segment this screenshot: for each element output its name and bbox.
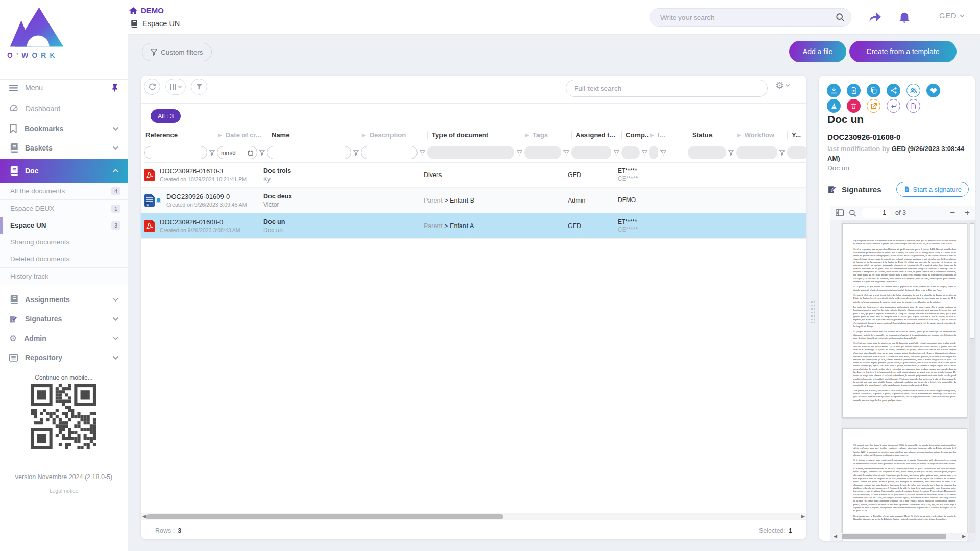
custom-filters-button[interactable]: Custom filters <box>142 43 212 61</box>
funnel-icon[interactable] <box>209 150 215 156</box>
pdf-vertical-scrollbar[interactable] <box>969 222 975 533</box>
column-header-company[interactable]: Comp... <box>621 131 649 139</box>
sidebar-item-repository[interactable]: Repository <box>0 349 128 366</box>
refresh-button[interactable] <box>144 79 160 95</box>
fulltext-search-input[interactable] <box>566 80 768 97</box>
upload-version-button[interactable] <box>847 84 861 97</box>
column-header-assigned[interactable]: Assigned t... <box>571 131 621 139</box>
panel-resize-handle[interactable] <box>811 300 816 323</box>
sidebar-item-doc[interactable]: Doc <box>0 159 128 183</box>
tab-all-documents[interactable]: All : 3 <box>151 109 181 123</box>
funnel-icon[interactable] <box>660 150 666 156</box>
sidebar-item-baskets[interactable]: Baskets <box>0 139 128 157</box>
scrollbar-thumb[interactable] <box>842 534 946 539</box>
column-header-tags[interactable]: ▶Tags <box>524 131 571 139</box>
sidebar-item-all-documents[interactable]: All the documents 4 <box>0 183 128 199</box>
scroll-left-arrow[interactable]: ◀ <box>142 514 146 519</box>
add-file-button[interactable]: Add a file <box>789 41 846 62</box>
scrollbar-thumb[interactable] <box>146 514 503 519</box>
favorite-heart-button[interactable] <box>926 84 940 97</box>
column-header-workflow[interactable]: ▶Workflow <box>736 131 787 139</box>
sidebar-item-dashboard[interactable]: Dashboard <box>0 100 128 117</box>
sidebar-toggle-icon[interactable] <box>836 209 844 216</box>
funnel-icon[interactable] <box>614 150 619 156</box>
table-row-selected[interactable]: DOC230926-01608-0 Created on 9/26/2023 3… <box>141 213 806 239</box>
pdf-horizontal-scrollbar[interactable]: ◀ ▶ <box>831 533 968 540</box>
document-reference: DOC230926-01608-0 <box>827 133 900 141</box>
legal-notice-link[interactable]: Legal notice <box>0 488 128 494</box>
scrollbar-thumb[interactable] <box>970 223 974 339</box>
funnel-icon[interactable] <box>420 150 425 156</box>
menu-toggle[interactable]: Menu <box>0 79 128 96</box>
search-icon[interactable] <box>836 13 845 22</box>
start-signature-button[interactable]: Start a signature <box>896 182 969 197</box>
funnel-icon[interactable] <box>779 150 785 156</box>
funnel-icon[interactable] <box>564 150 569 156</box>
sidebar-item-espace-deux[interactable]: Espace DEUX 1 <box>0 199 128 217</box>
funnel-icon[interactable] <box>259 150 265 156</box>
column-header-status[interactable]: Status <box>688 131 736 139</box>
sidebar-item-assignments[interactable]: Assignments <box>0 291 128 308</box>
horizontal-scrollbar[interactable]: ◀ ▶ <box>141 513 806 520</box>
filter-description-input[interactable] <box>361 146 418 159</box>
notifications-bell-icon[interactable] <box>897 10 912 24</box>
pdf-viewer: of 3 − + Il y a aujourd'hui trois cent q… <box>830 206 975 541</box>
breadcrumb-root[interactable]: DEMO <box>129 6 164 15</box>
column-header-date[interactable]: ▶Date of cr... <box>217 131 267 139</box>
user-menu[interactable]: GED <box>939 12 965 20</box>
filter-button[interactable] <box>191 79 207 95</box>
sidebar-item-deleted-documents[interactable]: Deleted documents <box>0 251 128 267</box>
table-row[interactable]: w DOC230926-01609-0 Created on 9/26/2023… <box>141 188 806 213</box>
funnel-icon[interactable] <box>642 150 647 156</box>
breadcrumb-page[interactable]: Espace UN <box>130 19 180 28</box>
zoom-out-button[interactable]: − <box>950 208 955 218</box>
scroll-left-arrow[interactable]: ◀ <box>831 534 839 539</box>
column-header-reference[interactable]: Reference <box>144 131 217 139</box>
count-badge: 1 <box>111 205 120 213</box>
column-header-i[interactable]: ▶I... <box>649 131 688 139</box>
column-header-name[interactable]: Name <box>267 131 361 139</box>
sidebar-item-espace-un[interactable]: Espace UN 3 <box>0 217 128 234</box>
page-number-input[interactable] <box>862 208 890 218</box>
table-settings-button[interactable]: ⚙ <box>775 81 790 90</box>
sidebar-item-history-track[interactable]: History track <box>0 267 128 285</box>
clipboard-icon <box>9 295 18 304</box>
column-header-description[interactable]: ▶Description <box>361 131 427 139</box>
menu-label: Menu <box>25 84 43 92</box>
filter-name-input[interactable] <box>267 146 351 159</box>
share-button[interactable] <box>887 84 900 97</box>
global-search <box>650 8 851 27</box>
table-row[interactable]: DOC230926-01610-3 Created on 10/29/2024 … <box>141 162 806 188</box>
columns-button[interactable] <box>165 79 186 95</box>
delete-trash-button[interactable] <box>847 99 861 113</box>
pin-icon[interactable] <box>111 84 118 92</box>
filter-reference-input[interactable] <box>144 146 207 159</box>
funnel-icon[interactable] <box>728 150 734 156</box>
funnel-icon[interactable] <box>353 150 359 156</box>
document-properties-button[interactable] <box>906 99 920 113</box>
sidebar-item-admin[interactable]: ⚙ Admin <box>0 330 128 347</box>
chevron-down-icon <box>113 146 118 150</box>
sidebar-item-bookmarks[interactable]: Bookmarks <box>0 120 128 137</box>
global-search-input[interactable] <box>659 13 836 22</box>
open-external-button[interactable] <box>867 99 880 113</box>
sidebar-item-signatures[interactable]: Signatures <box>0 310 128 328</box>
funnel-icon[interactable] <box>517 150 522 156</box>
stamp-button[interactable] <box>827 99 841 113</box>
permissions-users-button[interactable] <box>906 84 920 97</box>
share-shortcut-icon[interactable] <box>868 10 882 24</box>
column-header-type[interactable]: Type of document <box>427 131 524 139</box>
sidebar-item-sharing-documents[interactable]: Sharing documents <box>0 234 128 251</box>
create-from-template-button[interactable]: Create from a template <box>849 41 957 62</box>
column-header-y[interactable]: Y... <box>787 131 810 139</box>
filter-date-input[interactable]: mm/d <box>217 146 257 159</box>
copy-button[interactable] <box>867 84 880 97</box>
search-icon[interactable] <box>849 209 856 217</box>
download-button[interactable] <box>827 84 841 97</box>
scroll-right-arrow[interactable]: ▶ <box>801 514 805 519</box>
sidebar-item-label: Baskets <box>25 144 53 152</box>
scroll-right-arrow[interactable]: ▶ <box>960 534 968 539</box>
zoom-in-button[interactable]: + <box>965 208 970 218</box>
version-label: version Novembre 2024 (2.18.0-5) <box>0 473 128 481</box>
return-button[interactable] <box>887 99 900 113</box>
